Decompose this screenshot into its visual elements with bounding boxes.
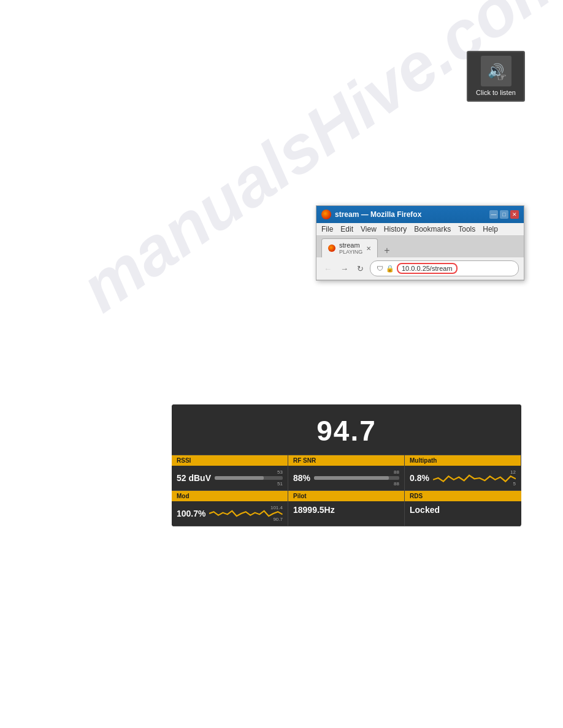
cursor-hand-icon: ☞ xyxy=(497,70,507,84)
shield-icon: 🛡 xyxy=(377,265,383,272)
rssi-value: 52 dBuV xyxy=(177,473,211,483)
menu-view[interactable]: View xyxy=(361,225,377,233)
rssi-track xyxy=(215,476,283,480)
multipath-cell: Multipath 0.8% 12 5 xyxy=(405,455,521,491)
firefox-window: stream — Mozilla Firefox — □ ✕ File Edit… xyxy=(316,205,524,281)
pilot-header: Pilot xyxy=(288,491,404,501)
firefox-tabs: stream PLAYING ✕ + xyxy=(316,236,524,257)
multipath-value: 0.8% xyxy=(410,473,429,483)
rds-content: Locked xyxy=(405,501,521,518)
rssi-header: RSSI xyxy=(172,455,288,466)
click-to-listen-button[interactable]: 🔊 ☞ Click to listen xyxy=(467,51,525,102)
menu-edit[interactable]: Edit xyxy=(340,225,353,233)
firefox-icon xyxy=(321,210,331,219)
titlebar-left: stream — Mozilla Firefox xyxy=(321,210,421,219)
rfsnr-max: 88 xyxy=(394,469,399,475)
speaker-icon: 🔊 ☞ xyxy=(481,56,511,86)
multipath-max: 12 xyxy=(510,469,516,475)
rssi-min: 51 xyxy=(277,481,283,487)
forward-button[interactable]: → xyxy=(338,263,351,275)
mod-max: 101.4 xyxy=(270,505,283,510)
rssi-max: 53 xyxy=(277,469,283,475)
multipath-content: 0.8% 12 5 xyxy=(405,466,521,490)
mod-value: 100.7% xyxy=(177,509,205,518)
mod-min: 90.7 xyxy=(273,517,283,522)
firefox-menubar: File Edit View History Bookmarks Tools H… xyxy=(316,223,524,236)
rfsnr-fill xyxy=(314,476,389,480)
rfsnr-min: 88 xyxy=(394,481,399,487)
mod-sparkline: 101.4 90.7 xyxy=(209,505,283,522)
maximize-button[interactable]: □ xyxy=(500,210,508,219)
rfsnr-content: 88% 88 88 xyxy=(288,466,404,490)
pilot-content: 18999.5Hz xyxy=(288,501,404,518)
rssi-cell: RSSI 52 dBuV 53 51 xyxy=(172,455,288,491)
menu-history[interactable]: History xyxy=(384,225,407,233)
radio-panel: 94.7 RSSI 52 dBuV 53 51 RF SNR 88% xyxy=(172,404,521,526)
tab-close-button[interactable]: ✕ xyxy=(366,245,371,252)
menu-bookmarks[interactable]: Bookmarks xyxy=(414,225,451,233)
mod-content: 100.7% 101.4 90.7 xyxy=(172,501,288,526)
multipath-svg xyxy=(433,469,516,487)
radio-grid: RSSI 52 dBuV 53 51 RF SNR 88% 88 xyxy=(172,455,521,526)
rds-header: RDS xyxy=(405,491,521,501)
tab-sublabel: PLAYING xyxy=(339,249,362,255)
rds-cell: RDS Locked xyxy=(405,491,521,526)
rfsnr-track xyxy=(314,476,399,480)
click-to-listen-label: Click to listen xyxy=(476,89,516,97)
address-url[interactable]: 10.0.0.25/stream xyxy=(397,263,458,274)
firefox-titlebar: stream — Mozilla Firefox — □ ✕ xyxy=(316,206,524,223)
radio-frequency: 94.7 xyxy=(172,404,521,455)
tab-favicon xyxy=(328,245,335,252)
multipath-min: 5 xyxy=(513,481,516,487)
lock-icon: 🔒 xyxy=(386,265,394,273)
new-tab-button[interactable]: + xyxy=(380,244,393,257)
active-tab[interactable]: stream PLAYING ✕ xyxy=(321,238,378,257)
tab-label: stream xyxy=(339,241,362,249)
rssi-fill xyxy=(215,476,264,480)
rfsnr-cell: RF SNR 88% 88 88 xyxy=(288,455,405,491)
minimize-button[interactable]: — xyxy=(489,210,498,219)
menu-file[interactable]: File xyxy=(321,225,333,233)
firefox-title: stream — Mozilla Firefox xyxy=(335,210,421,219)
multipath-header: Multipath xyxy=(405,455,521,466)
multipath-sparkline: 12 5 xyxy=(433,469,516,487)
rssi-bar-area: 53 51 xyxy=(215,469,283,487)
rfsnr-bar-area: 88 88 xyxy=(314,469,399,487)
pilot-cell: Pilot 18999.5Hz xyxy=(288,491,405,526)
mod-cell: Mod 100.7% 101.4 90.7 xyxy=(172,491,288,526)
pilot-value: 18999.5Hz xyxy=(293,505,335,515)
mod-header: Mod xyxy=(172,491,288,501)
address-bar[interactable]: 🛡 🔒 10.0.0.25/stream xyxy=(370,260,519,276)
rfsnr-value: 88% xyxy=(293,473,310,483)
rfsnr-header: RF SNR xyxy=(288,455,404,466)
firefox-navbar: ← → ↻ 🛡 🔒 10.0.0.25/stream xyxy=(316,257,524,280)
menu-tools[interactable]: Tools xyxy=(458,225,475,233)
menu-help[interactable]: Help xyxy=(483,225,498,233)
back-button[interactable]: ← xyxy=(321,263,334,275)
close-button[interactable]: ✕ xyxy=(510,210,519,219)
window-controls: — □ ✕ xyxy=(489,210,519,219)
reload-button[interactable]: ↻ xyxy=(354,263,366,275)
rds-value: Locked xyxy=(410,505,440,515)
rssi-content: 52 dBuV 53 51 xyxy=(172,466,288,490)
tab-info: stream PLAYING xyxy=(339,241,362,255)
